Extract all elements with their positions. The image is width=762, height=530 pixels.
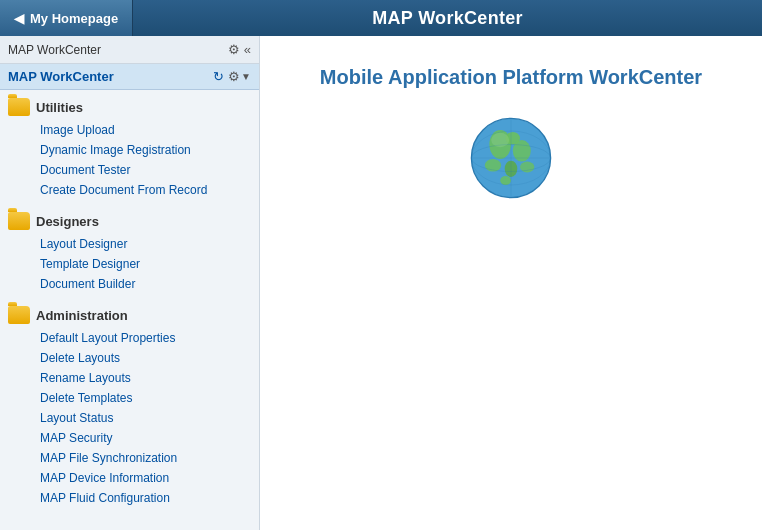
gear-icon[interactable]: ⚙ — [228, 42, 240, 57]
folder-label-designers: Designers — [36, 214, 99, 229]
sidebar-item[interactable]: Layout Status — [36, 408, 259, 428]
back-label: My Homepage — [30, 11, 118, 26]
content-area: Mobile Application Platform WorkCenter — [260, 36, 762, 530]
folder-items-utilities: Image UploadDynamic Image RegistrationDo… — [0, 120, 259, 200]
collapse-icon[interactable]: « — [244, 42, 251, 57]
sidebar-item[interactable]: Delete Templates — [36, 388, 259, 408]
sidebar-item[interactable]: MAP File Synchronization — [36, 448, 259, 468]
page-title: MAP WorkCenter — [133, 8, 762, 29]
sidebar-active-row: MAP WorkCenter ↻ ⚙ ▼ — [0, 64, 259, 90]
svg-point-13 — [491, 133, 509, 147]
settings-arrow-icon: ▼ — [241, 71, 251, 82]
settings-cog-icon: ⚙ — [228, 69, 240, 84]
svg-point-7 — [500, 176, 511, 185]
sidebar-item[interactable]: Template Designer — [36, 254, 259, 274]
sidebar-item[interactable]: MAP Fluid Configuration — [36, 488, 259, 508]
sidebar-item[interactable]: MAP Security — [36, 428, 259, 448]
folder-label-administration: Administration — [36, 308, 128, 323]
folder-group-designers: DesignersLayout DesignerTemplate Designe… — [0, 204, 259, 298]
sidebar-item[interactable]: Document Builder — [36, 274, 259, 294]
folder-groups: UtilitiesImage UploadDynamic Image Regis… — [0, 90, 259, 512]
sidebar-item[interactable]: Rename Layouts — [36, 368, 259, 388]
sidebar: MAP WorkCenter ⚙ « MAP WorkCenter ↻ ⚙ ▼ … — [0, 36, 260, 530]
folder-header-administration[interactable]: Administration — [0, 302, 259, 328]
sidebar-item[interactable]: Dynamic Image Registration — [36, 140, 259, 160]
sidebar-item[interactable]: Default Layout Properties — [36, 328, 259, 348]
folder-items-designers: Layout DesignerTemplate DesignerDocument… — [0, 234, 259, 294]
sidebar-item[interactable]: MAP Device Information — [36, 468, 259, 488]
globe-graphic — [466, 113, 556, 203]
folder-header-utilities[interactable]: Utilities — [0, 94, 259, 120]
folder-label-utilities: Utilities — [36, 100, 83, 115]
folder-items-administration: Default Layout PropertiesDelete LayoutsR… — [0, 328, 259, 508]
sidebar-item[interactable]: Delete Layouts — [36, 348, 259, 368]
svg-point-3 — [513, 140, 531, 162]
folder-group-utilities: UtilitiesImage UploadDynamic Image Regis… — [0, 90, 259, 204]
sidebar-item[interactable]: Document Tester — [36, 160, 259, 180]
back-arrow-icon: ◀ — [14, 11, 24, 26]
settings-dropdown[interactable]: ⚙ ▼ — [228, 69, 251, 84]
folder-icon-designers — [8, 212, 30, 230]
folder-icon-administration — [8, 306, 30, 324]
folder-header-designers[interactable]: Designers — [0, 208, 259, 234]
refresh-icon[interactable]: ↻ — [213, 69, 224, 84]
sidebar-item[interactable]: Image Upload — [36, 120, 259, 140]
sidebar-active-icons: ↻ ⚙ ▼ — [213, 69, 251, 84]
svg-point-4 — [485, 159, 501, 172]
sidebar-item[interactable]: Layout Designer — [36, 234, 259, 254]
sidebar-item[interactable]: Create Document From Record — [36, 180, 259, 200]
sidebar-header: MAP WorkCenter ⚙ « — [0, 36, 259, 64]
sidebar-active-label: MAP WorkCenter — [8, 69, 114, 84]
folder-group-administration: AdministrationDefault Layout PropertiesD… — [0, 298, 259, 512]
folder-icon-utilities — [8, 98, 30, 116]
top-bar: ◀ My Homepage MAP WorkCenter — [0, 0, 762, 36]
back-button[interactable]: ◀ My Homepage — [0, 0, 133, 36]
sidebar-header-title: MAP WorkCenter — [8, 43, 101, 57]
content-title: Mobile Application Platform WorkCenter — [320, 66, 702, 89]
main-layout: MAP WorkCenter ⚙ « MAP WorkCenter ↻ ⚙ ▼ … — [0, 36, 762, 530]
sidebar-header-icons: ⚙ « — [228, 42, 251, 57]
